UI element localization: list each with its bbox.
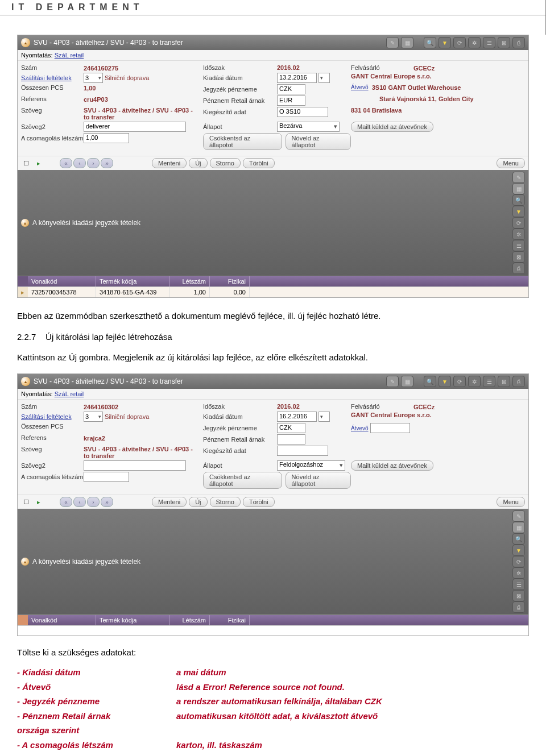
print-icon[interactable]: ⎙ <box>512 376 525 387</box>
search-icon[interactable]: 🔍 <box>512 194 525 206</box>
menu-button[interactable]: Menu <box>497 158 525 168</box>
storno-button[interactable]: Storno <box>210 158 241 168</box>
menteni-button[interactable]: Menteni <box>152 158 187 168</box>
refresh-icon[interactable]: ⟳ <box>453 37 466 48</box>
filter-icon[interactable]: ▼ <box>512 206 525 217</box>
szoveg2-label: Szöveg2 <box>21 123 84 131</box>
allapot-select[interactable]: Feldolgozáshoz <box>277 460 345 471</box>
atvevo-link[interactable]: Átvevő <box>351 84 369 90</box>
szall-select[interactable]: 3 <box>84 412 103 422</box>
szam-value: 2464160302 <box>84 404 118 410</box>
grid-icon[interactable]: ▦ <box>512 522 525 533</box>
atvevo-link[interactable]: Átvevő <box>351 425 369 431</box>
ref-label: Referens <box>21 95 84 103</box>
list-icon[interactable]: ☰ <box>483 37 495 48</box>
storno-button[interactable]: Storno <box>210 497 241 507</box>
szall-select[interactable]: 3 <box>84 73 103 83</box>
fill-row: - Átvevőlásd a Error! Reference source n… <box>17 680 529 695</box>
gear-icon[interactable]: ✲ <box>512 229 525 240</box>
refresh-icon[interactable]: ⟳ <box>453 376 466 387</box>
gear-icon[interactable]: ✲ <box>512 567 525 579</box>
nov-button[interactable]: Növeld az állapotot <box>286 133 351 150</box>
menu-button[interactable]: Menu <box>497 497 525 507</box>
edit-icon[interactable]: ✎ <box>512 172 525 183</box>
csokk-button[interactable]: Csökkentsd az állapotot <box>203 133 282 150</box>
list-icon[interactable]: ☰ <box>512 579 525 590</box>
last-page-icon[interactable]: » <box>101 497 113 507</box>
kiad-input[interactable]: 16.2.2016 <box>277 412 317 422</box>
filter-icon[interactable]: ▼ <box>439 37 451 48</box>
nov-button[interactable]: Növeld az állapotot <box>286 472 351 489</box>
szall-link[interactable]: Szálítási feltételek <box>21 413 84 421</box>
szoveg2-input[interactable] <box>84 460 186 471</box>
last-page-icon[interactable]: » <box>101 158 113 168</box>
close-icon[interactable]: ⊠ <box>498 376 510 387</box>
close-icon[interactable]: ⊠ <box>498 37 510 48</box>
mail-button[interactable]: Mailt küldel az átvevőnek <box>351 460 433 471</box>
list-icon[interactable]: ☰ <box>483 376 495 387</box>
filter-icon[interactable]: ▼ <box>439 376 451 387</box>
grid-icon[interactable]: ▦ <box>401 376 413 387</box>
print-icon[interactable]: ⎙ <box>512 37 525 48</box>
torolni-button[interactable]: Törölni <box>243 158 275 168</box>
next-page-icon[interactable]: › <box>87 497 100 507</box>
kiad-picker[interactable] <box>318 412 330 422</box>
refresh-icon[interactable]: ⟳ <box>512 556 525 567</box>
jegyp-input[interactable]: CZK <box>277 84 305 94</box>
edit-icon[interactable]: ✎ <box>386 37 399 48</box>
gear-icon[interactable]: ✲ <box>468 376 481 387</box>
csokk-button[interactable]: Csökkentsd az állapotot <box>203 472 282 489</box>
next-page-icon[interactable]: › <box>87 158 100 168</box>
gear-icon[interactable]: ✲ <box>468 37 481 48</box>
kieg-input[interactable]: O 3S10 <box>277 107 328 117</box>
kieg-input[interactable] <box>277 446 328 456</box>
search-icon[interactable]: 🔍 <box>424 376 436 387</box>
print-icon[interactable]: ⎙ <box>512 263 525 274</box>
grid-icon[interactable]: ▦ <box>512 183 525 194</box>
window-title: SVU - 4P03 - átvitelhez / SVU - 4P03 - t… <box>34 377 183 385</box>
collapse-icon[interactable] <box>21 219 29 227</box>
close-icon[interactable]: ⊠ <box>512 251 525 263</box>
print-icon[interactable]: ⎙ <box>512 601 525 613</box>
filter-icon[interactable]: ▼ <box>512 545 525 556</box>
search-icon[interactable]: 🔍 <box>424 37 436 48</box>
flag-icon[interactable]: ▸ <box>34 158 44 168</box>
szoveg2-input[interactable]: deliverer <box>84 122 186 132</box>
atvevo-input[interactable] <box>370 423 410 433</box>
refresh-icon[interactable]: ⟳ <box>512 217 525 229</box>
edit-icon[interactable]: ✎ <box>512 510 525 522</box>
print-link[interactable]: SzáL retail <box>55 52 84 59</box>
kiad-input[interactable]: 13.2.2016 <box>277 73 317 83</box>
szall-link[interactable]: Szálítási feltételek <box>21 74 84 82</box>
list-icon[interactable]: ☰ <box>512 240 525 251</box>
allapot-select[interactable]: Bezárva <box>277 122 340 132</box>
first-page-icon[interactable]: « <box>60 158 72 168</box>
csom-input[interactable]: 1,00 <box>84 133 129 143</box>
collapse-icon[interactable] <box>21 38 30 47</box>
prev-page-icon[interactable]: ‹ <box>73 497 86 507</box>
mail-button[interactable]: Mailt küldel az átvevőnek <box>351 122 433 132</box>
penzr-input[interactable]: EUR <box>277 95 305 106</box>
jegyp-input[interactable]: CZK <box>277 423 305 433</box>
csom-input[interactable] <box>84 472 129 482</box>
checkbox-icon[interactable]: ☐ <box>21 158 31 168</box>
fill-intro: Töltse ki a szükséges adatokat: <box>17 647 529 657</box>
kiad-picker[interactable] <box>318 73 330 83</box>
first-page-icon[interactable]: « <box>60 497 72 507</box>
close-icon[interactable]: ⊠ <box>512 590 525 601</box>
flag-icon[interactable]: ▸ <box>34 497 44 507</box>
edit-icon[interactable]: ✎ <box>386 376 399 387</box>
checkbox-icon[interactable]: ☐ <box>21 497 31 507</box>
uj-button[interactable]: Új <box>189 497 207 507</box>
search-icon[interactable]: 🔍 <box>512 533 525 545</box>
prev-page-icon[interactable]: ‹ <box>73 158 86 168</box>
penzr-input[interactable] <box>277 434 305 445</box>
collapse-icon[interactable] <box>21 377 30 386</box>
grid-icon[interactable]: ▦ <box>401 37 413 48</box>
uj-button[interactable]: Új <box>189 158 207 168</box>
table-row[interactable]: ▸ 7325700345378 341870-615-GA-439 1,00 0… <box>18 286 528 297</box>
print-link[interactable]: SzáL retail <box>55 391 84 397</box>
collapse-icon[interactable] <box>21 558 29 566</box>
menteni-button[interactable]: Menteni <box>152 497 187 507</box>
torolni-button[interactable]: Törölni <box>243 497 275 507</box>
